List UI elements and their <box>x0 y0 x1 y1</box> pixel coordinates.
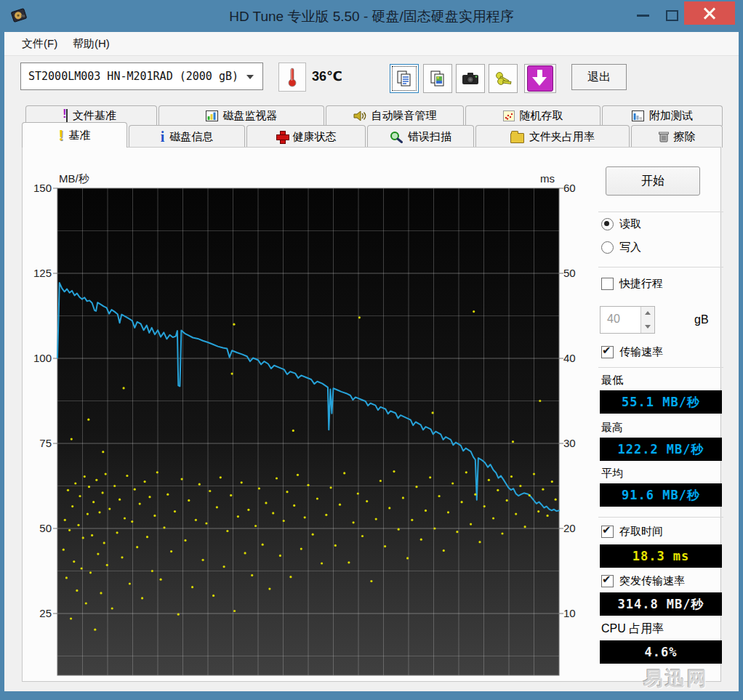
tab-aam[interactable]: 自动噪音管理 <box>326 105 464 126</box>
axis-tick-label: 25 <box>24 606 52 621</box>
menu-item-file[interactable]: 文件(F) <box>13 32 66 55</box>
axis-tick-label: 125 <box>24 266 52 281</box>
camera-icon <box>461 71 480 87</box>
tab-label: 附加测试 <box>649 109 693 123</box>
chart-left-axis-title: MB/秒 <box>59 172 89 186</box>
maximize-button[interactable] <box>659 1 685 25</box>
temperature-button[interactable] <box>278 63 306 92</box>
axis-tick-label: 75 <box>24 436 52 451</box>
copy-pages-icon <box>395 70 413 87</box>
client-area: 文件(F) 帮助(H) ST2000LM003 HN-M201RAD (2000… <box>4 32 739 691</box>
burst-rate-label: 突发传输速率 <box>619 574 685 588</box>
info-icon: i <box>161 129 165 144</box>
magnifier-icon <box>390 131 403 143</box>
tab-label: 擦除 <box>674 130 696 144</box>
tab-label: 错误扫描 <box>408 130 451 144</box>
extra-tests-chart-icon <box>632 110 644 121</box>
short-stroke-checkbox[interactable] <box>601 278 614 290</box>
drive-select[interactable]: ST2000LM003 HN-M201RAD (2000 gB) <box>20 63 263 90</box>
screenshot-button[interactable] <box>456 64 485 93</box>
tab-health[interactable]: 健康状态 <box>246 125 366 148</box>
tab-random-access[interactable]: 随机存取 <box>465 105 601 126</box>
disk-monitor-chart-icon <box>206 110 218 121</box>
max-speed-lcd: 122.2 MB/秒 <box>600 438 722 461</box>
write-radio[interactable] <box>601 241 614 254</box>
access-time-row[interactable]: 存取时间 <box>601 525 663 539</box>
tab-benchmark[interactable]: ! 基准 <box>22 122 127 148</box>
access-time-lcd: 18.3 ms <box>600 544 722 568</box>
tab-label: 文件基准 <box>73 109 116 123</box>
benchmark-page: MB/秒 ms 150125100755025 605040302010 开始 … <box>22 147 721 682</box>
axis-tick-label: 10 <box>563 606 590 621</box>
tab-label: 文件夹占用率 <box>529 130 595 144</box>
write-radio-label: 写入 <box>619 241 641 254</box>
divider <box>598 267 723 267</box>
tab-folder-usage[interactable]: 文件夹占用率 <box>475 125 630 148</box>
read-radio[interactable] <box>601 218 614 230</box>
axis-tick-label: 60 <box>563 181 590 196</box>
min-label: 最低 <box>601 374 623 387</box>
tab-disk-info[interactable]: i 磁盘信息 <box>129 125 245 148</box>
avg-label: 平均 <box>601 467 623 480</box>
red-cross-icon <box>276 131 288 142</box>
keys-icon <box>494 70 513 87</box>
transfer-rate-label: 传输速率 <box>619 345 663 359</box>
drive-select-value: ST2000LM003 HN-M201RAD (2000 gB) <box>28 70 238 83</box>
trash-icon <box>659 131 669 142</box>
spin-down-button[interactable] <box>641 320 654 333</box>
spin-up-button[interactable] <box>641 307 654 321</box>
axis-tick-label: 30 <box>563 436 590 451</box>
speaker-icon <box>353 110 366 121</box>
axis-tick-label: 50 <box>563 266 590 281</box>
scatter-plot-icon <box>503 110 515 121</box>
chart-right-axis-title: ms <box>540 172 555 185</box>
benchmark-chart <box>57 188 559 675</box>
transfer-rate-checkbox[interactable] <box>601 346 614 358</box>
burst-rate-checkbox[interactable] <box>601 575 614 587</box>
menu-bar: 文件(F) 帮助(H) <box>4 32 739 56</box>
keys-button[interactable] <box>489 64 518 93</box>
copy-image-icon <box>429 70 446 87</box>
access-time-label: 存取时间 <box>619 525 663 539</box>
tab-disk-monitor[interactable]: 磁盘监视器 <box>158 105 324 126</box>
start-button[interactable]: 开始 <box>606 166 700 196</box>
tab-extra-tests[interactable]: 附加测试 <box>602 105 723 126</box>
tab-error-scan[interactable]: 错误扫描 <box>367 125 474 148</box>
read-radio-row[interactable]: 读取 <box>601 217 641 231</box>
temperature-label: 36℃ <box>312 68 342 84</box>
transfer-rate-row[interactable]: 传输速率 <box>601 345 663 359</box>
capacity-spinner[interactable]: 40 <box>600 306 655 334</box>
menu-item-help[interactable]: 帮助(H) <box>64 32 119 55</box>
capacity-value: 40 <box>607 313 620 326</box>
copy-text-button[interactable] <box>390 64 419 93</box>
app-window: HD Tune 专业版 5.50 - 硬盘/固态硬盘实用程序 文件(F) 帮助(… <box>0 0 743 700</box>
exit-button[interactable]: 退出 <box>571 64 627 90</box>
max-label: 最高 <box>601 421 623 435</box>
axis-tick-label: 50 <box>24 521 52 536</box>
tab-erase[interactable]: 擦除 <box>631 125 723 148</box>
spinner-buttons <box>640 307 654 333</box>
access-time-checkbox[interactable] <box>601 526 614 538</box>
tab-label: 健康状态 <box>293 130 337 144</box>
download-button[interactable] <box>524 64 556 93</box>
tab-label: 基准 <box>69 129 91 142</box>
read-radio-label: 读取 <box>619 217 641 231</box>
folder-icon <box>510 133 524 143</box>
minimize-button[interactable] <box>630 1 656 25</box>
chevron-down-icon <box>246 75 254 79</box>
write-radio-row[interactable]: 写入 <box>601 241 641 254</box>
copy-image-button[interactable] <box>423 64 452 93</box>
tab-label: 随机存取 <box>520 109 563 123</box>
min-speed-lcd: 55.1 MB/秒 <box>600 390 722 414</box>
gb-unit-label: gB <box>694 313 709 326</box>
short-stroke-row[interactable]: 快捷行程 <box>601 277 663 291</box>
short-stroke-label: 快捷行程 <box>619 277 663 291</box>
axis-tick-label: 150 <box>24 181 52 196</box>
close-button[interactable] <box>684 1 735 25</box>
burst-rate-lcd: 314.8 MB/秒 <box>600 592 722 616</box>
close-icon <box>703 7 716 20</box>
title-bar: HD Tune 专业版 5.50 - 硬盘/固态硬盘实用程序 <box>0 0 743 32</box>
axis-tick-label: 100 <box>24 351 52 366</box>
burst-rate-row[interactable]: 突发传输速率 <box>601 574 685 588</box>
axis-tick-label: 20 <box>563 521 590 536</box>
